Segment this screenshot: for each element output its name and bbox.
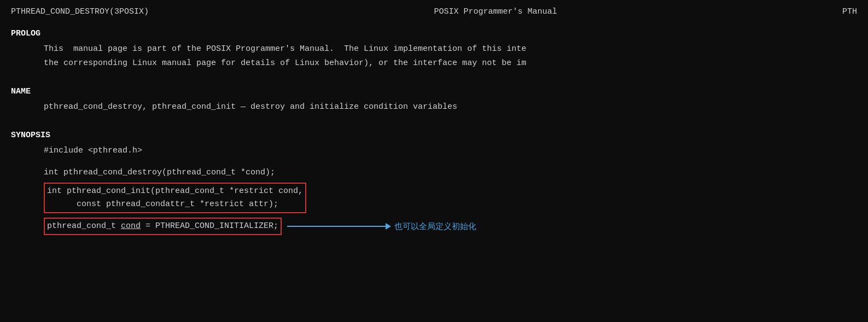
- synopsis-line1: int pthread_cond_destroy(pthread_cond_t …: [44, 166, 857, 179]
- section-prolog: PROLOG This manual page is part of the P…: [11, 27, 857, 70]
- manual-header: PTHREAD_COND_DESTROY(3POSIX) POSIX Progr…: [11, 5, 857, 19]
- annotation-arrow: 也可以全局定义初始化: [287, 220, 476, 233]
- header-center: POSIX Programmer's Manual: [434, 5, 557, 19]
- box1-line1: int pthread_cond_init(pthread_cond_t *re…: [47, 185, 303, 198]
- box2-line: pthread_cond_t cond = PTHREAD_COND_INITI…: [47, 221, 278, 231]
- manual-page: PTHREAD_COND_DESTROY(3POSIX) POSIX Progr…: [0, 0, 868, 241]
- include-line: #include <pthread.h>: [44, 144, 857, 157]
- synopsis-content: #include <pthread.h> int pthread_cond_de…: [44, 144, 857, 235]
- synopsis-title: SYNOPSIS: [11, 129, 857, 142]
- prolog-line1: This manual page is part of the POSIX Pr…: [44, 43, 857, 56]
- section-name: NAME pthread_cond_destroy, pthread_cond_…: [11, 85, 857, 114]
- header-left: PTHREAD_COND_DESTROY(3POSIX): [11, 5, 149, 19]
- prolog-title: PROLOG: [11, 27, 857, 40]
- annotation-text: 也可以全局定义初始化: [394, 220, 476, 233]
- section-synopsis: SYNOPSIS #include <pthread.h> int pthrea…: [11, 129, 857, 235]
- name-title: NAME: [11, 85, 857, 98]
- name-line: pthread_cond_destroy, pthread_cond_init …: [44, 101, 857, 114]
- header-right: PTH: [842, 5, 857, 19]
- prolog-line2: the corresponding Linux manual page for …: [44, 57, 857, 70]
- prolog-content: This manual page is part of the POSIX Pr…: [44, 43, 857, 70]
- arrow-shaft: [287, 226, 386, 227]
- name-content: pthread_cond_destroy, pthread_cond_init …: [44, 101, 857, 114]
- box1-line2: const pthread_condattr_t *restrict attr)…: [47, 198, 303, 211]
- synopsis-box1: int pthread_cond_init(pthread_cond_t *re…: [44, 183, 306, 213]
- arrow-head: [386, 223, 391, 230]
- synopsis-box2: pthread_cond_t cond = PTHREAD_COND_INITI…: [44, 218, 282, 235]
- synopsis-box2-container: pthread_cond_t cond = PTHREAD_COND_INITI…: [44, 218, 857, 235]
